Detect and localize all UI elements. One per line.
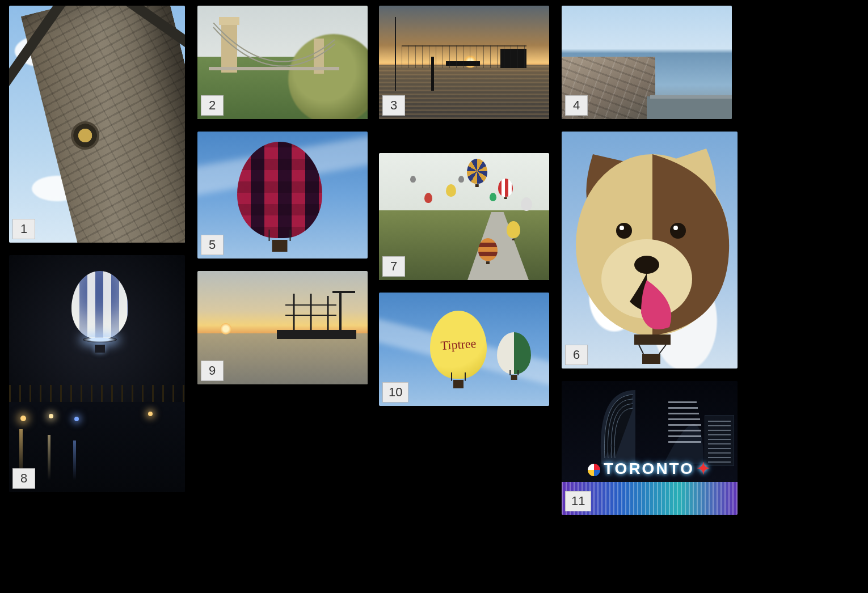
photo-tile-3[interactable]: 3	[379, 6, 549, 119]
city-hall-towers	[596, 384, 703, 464]
hot-air-balloon	[237, 142, 322, 238]
photo-number-badge: 9	[201, 361, 224, 381]
svg-rect-22	[668, 430, 701, 431]
svg-point-6	[634, 256, 659, 274]
svg-rect-7	[634, 334, 671, 345]
photo-number-badge: 1	[12, 219, 35, 239]
photo-image	[562, 132, 738, 368]
svg-point-2	[616, 223, 632, 239]
balloon-text: Tiptree	[428, 309, 489, 381]
svg-point-5	[673, 226, 678, 230]
photo-tile-1[interactable]: 1	[9, 6, 185, 243]
gallery-canvas: 1 2	[0, 0, 868, 593]
photo-tile-8[interactable]: 8	[9, 255, 185, 492]
photo-tile-4[interactable]: 4	[562, 6, 732, 119]
toronto-sign-text: TORONTO	[604, 460, 694, 477]
photo-tile-9[interactable]: 9	[197, 271, 368, 384]
photo-tile-7[interactable]: 7	[379, 153, 549, 280]
hot-air-balloon-green	[497, 332, 531, 374]
photo-number-badge: 4	[565, 95, 588, 116]
photo-number-badge: 11	[565, 491, 591, 511]
photo-number-badge: 7	[382, 256, 405, 277]
photo-number-badge: 3	[382, 95, 405, 116]
photo-number-badge: 8	[12, 468, 35, 489]
tethered-balloon	[71, 271, 128, 339]
svg-rect-18	[668, 407, 698, 409]
dog-balloon	[562, 132, 738, 368]
svg-rect-20	[668, 418, 700, 420]
svg-rect-8	[642, 354, 660, 364]
svg-rect-11	[277, 330, 356, 339]
photo-tile-6[interactable]: 6	[562, 132, 738, 368]
photo-number-badge: 10	[382, 382, 408, 403]
svg-line-9	[639, 345, 643, 354]
hot-air-balloon-yellow: Tiptree	[430, 311, 487, 379]
bridge-cables	[209, 23, 339, 74]
photo-tile-11[interactable]: TORONTO✦ 11	[562, 381, 738, 515]
svg-point-3	[670, 223, 686, 239]
svg-rect-21	[668, 424, 701, 426]
photo-number-badge: 2	[201, 95, 224, 116]
svg-rect-17	[668, 401, 697, 403]
photo-number-badge: 5	[201, 235, 224, 255]
photo-number-badge: 6	[565, 345, 588, 365]
ship-silhouette	[277, 294, 356, 339]
photo-tile-5[interactable]: 5	[197, 132, 368, 259]
photo-tile-2[interactable]: 2	[197, 6, 368, 119]
photo-tile-10[interactable]: Tiptree 10	[379, 293, 549, 406]
svg-line-10	[659, 345, 666, 354]
svg-rect-24	[668, 441, 701, 443]
photo-image	[9, 6, 185, 243]
svg-rect-23	[668, 435, 701, 437]
svg-point-4	[620, 226, 624, 230]
svg-rect-19	[668, 413, 699, 414]
photo-image	[9, 255, 185, 492]
